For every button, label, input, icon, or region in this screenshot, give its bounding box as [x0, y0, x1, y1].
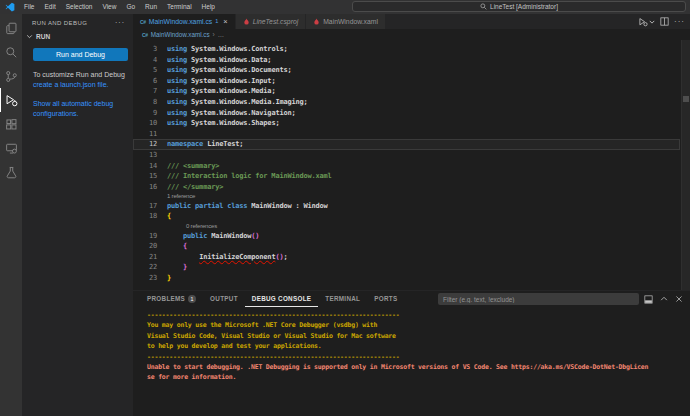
line-number[interactable]: 3 — [133, 44, 157, 55]
breadcrumb[interactable]: C# MainWindow.xaml.cs › … — [133, 29, 690, 40]
code-line-11[interactable]: 11 — [133, 129, 680, 140]
tab-label: MainWindow.xaml — [323, 18, 378, 25]
panel-tab-terminal[interactable]: TERMINAL — [318, 291, 367, 307]
line-number[interactable]: 13 — [133, 150, 157, 161]
code-line-21[interactable]: 21 InitializeComponent(); — [133, 252, 680, 263]
panel-tab-output[interactable]: OUTPUT — [203, 291, 245, 307]
activity-remote-explorer-icon[interactable] — [0, 136, 22, 160]
chevron-down-icon — [649, 19, 655, 25]
activity-explorer-icon[interactable] — [0, 16, 22, 40]
line-number[interactable]: 22 — [133, 262, 157, 273]
more-actions-icon[interactable]: ··· — [115, 21, 125, 25]
code-line-18[interactable]: 18{ — [133, 211, 680, 222]
line-number[interactable]: 14 — [133, 161, 157, 172]
code-line-13[interactable]: 13 — [133, 150, 680, 161]
activity-testing-icon[interactable] — [0, 160, 22, 184]
menu-view[interactable]: View — [97, 0, 121, 14]
panel-tab-label: OUTPUT — [210, 295, 238, 302]
line-number[interactable]: 19 — [133, 231, 157, 242]
code-line-23[interactable]: 23} — [133, 273, 680, 284]
editor-scrollbar[interactable] — [681, 40, 690, 290]
more-actions-icon[interactable]: ··· — [674, 20, 685, 24]
run-section-label: RUN — [36, 33, 50, 40]
line-number[interactable]: 7 — [133, 86, 157, 97]
code-line-8[interactable]: 8using System.Windows.Media.Imaging; — [133, 97, 680, 108]
panel-tab-ports[interactable]: PORTS — [367, 291, 404, 307]
code-line-10[interactable]: 10using System.Windows.Shapes; — [133, 118, 680, 129]
code-line-3[interactable]: 3using System.Windows.Controls; — [133, 44, 680, 55]
search-icon — [5, 46, 18, 59]
scrollbar-thumb[interactable] — [683, 96, 689, 102]
chevron-up-icon[interactable] — [660, 295, 668, 303]
code-text: /// <summary> — [157, 161, 219, 172]
code-line-12[interactable]: 12namespace LineTest; — [133, 139, 680, 150]
code-line-17[interactable]: 17public partial class MainWindow : Wind… — [133, 201, 680, 212]
code-line-20[interactable]: 20 { — [133, 241, 680, 252]
code-text: using System.Windows.Media; — [157, 86, 275, 97]
line-number[interactable]: 23 — [133, 273, 157, 284]
panel-tab-problems[interactable]: PROBLEMS1 — [140, 291, 203, 307]
activity-extensions-icon[interactable] — [0, 112, 22, 136]
line-number[interactable]: 8 — [133, 97, 157, 108]
tab-linetest-csproj[interactable]: LineTest.csproj — [236, 14, 306, 29]
code-line-22[interactable]: 22 } — [133, 262, 680, 273]
menu-selection[interactable]: Selection — [61, 0, 98, 14]
codelens[interactable]: 0 references — [133, 222, 680, 231]
line-number[interactable]: 16 — [133, 182, 157, 193]
line-number[interactable]: 17 — [133, 201, 157, 212]
code-line-5[interactable]: 5using System.Windows.Documents; — [133, 65, 680, 76]
tab-label: MainWindow.xaml.cs — [149, 18, 212, 25]
line-number[interactable]: 9 — [133, 108, 157, 119]
line-number[interactable]: 15 — [133, 171, 157, 182]
bottom-panel: PROBLEMS1OUTPUTDEBUG CONSOLETERMINALPORT… — [133, 290, 690, 416]
close-icon[interactable] — [675, 295, 683, 303]
create-launch-json-link[interactable]: create a launch.json file. — [33, 81, 109, 88]
panel-layout-icon[interactable] — [644, 295, 653, 304]
run-and-debug-button[interactable]: Run and Debug — [33, 48, 128, 61]
show-debug-configurations-link[interactable]: Show all automatic debug configurations. — [33, 100, 113, 117]
breadcrumb-file[interactable]: MainWindow.xaml.cs — [151, 31, 210, 38]
debug-console-filter-input[interactable] — [438, 293, 639, 305]
menu-go[interactable]: Go — [121, 0, 140, 14]
code-text: using System.Windows.Documents; — [157, 65, 291, 76]
run-section-header[interactable]: RUN — [22, 29, 133, 42]
line-number[interactable]: 5 — [133, 65, 157, 76]
line-number[interactable]: 20 — [133, 241, 157, 252]
panel-tab-label: DEBUG CONSOLE — [252, 295, 312, 302]
code-line-7[interactable]: 7using System.Windows.Media; — [133, 86, 680, 97]
menu-file[interactable]: File — [19, 0, 39, 14]
tab-mainwindow-xaml[interactable]: MainWindow.xaml — [306, 14, 386, 29]
tab-mainwindow-xaml-cs[interactable]: C#MainWindow.xaml.cs1× — [133, 14, 236, 29]
activity-search-icon[interactable] — [0, 40, 22, 64]
activity-source-control-icon[interactable] — [0, 64, 22, 88]
code-line-4[interactable]: 4using System.Windows.Data; — [133, 55, 680, 66]
line-number[interactable]: 21 — [133, 252, 157, 263]
code-line-6[interactable]: 6using System.Windows.Input; — [133, 76, 680, 87]
close-icon[interactable]: × — [223, 19, 227, 25]
line-number[interactable]: 10 — [133, 118, 157, 129]
panel-tab-label: PORTS — [374, 295, 397, 302]
start-debugging-button[interactable] — [638, 17, 655, 27]
code-line-16[interactable]: 16/// </summary> — [133, 182, 680, 193]
command-center-search[interactable]: LineTest [Administrator] — [352, 1, 686, 12]
activity-run-and-debug-icon[interactable] — [0, 88, 22, 112]
panel-tab-debug-console[interactable]: DEBUG CONSOLE — [245, 291, 319, 307]
line-number[interactable]: 11 — [133, 129, 157, 140]
code-line-14[interactable]: 14/// <summary> — [133, 161, 680, 172]
line-number[interactable]: 18 — [133, 211, 157, 222]
code-line-15[interactable]: 15/// Interaction logic for MainWindow.x… — [133, 171, 680, 182]
line-number[interactable]: 12 — [133, 139, 157, 150]
menu-run[interactable]: Run — [140, 0, 162, 14]
split-editor-icon[interactable] — [660, 17, 669, 26]
breadcrumb-symbol[interactable]: … — [218, 31, 224, 38]
line-number[interactable]: 4 — [133, 55, 157, 66]
code-line-9[interactable]: 9using System.Windows.Navigation; — [133, 108, 680, 119]
menu-help[interactable]: Help — [197, 0, 220, 14]
codelens[interactable]: 1 reference — [133, 192, 680, 201]
line-number[interactable]: 6 — [133, 76, 157, 87]
code-line-19[interactable]: 19 public MainWindow() — [133, 231, 680, 242]
menu-edit[interactable]: Edit — [39, 0, 60, 14]
menu-terminal[interactable]: Terminal — [162, 0, 197, 14]
code-area[interactable]: 3using System.Windows.Controls;4using Sy… — [133, 40, 680, 290]
console-line: ----------------------------------------… — [147, 352, 686, 362]
